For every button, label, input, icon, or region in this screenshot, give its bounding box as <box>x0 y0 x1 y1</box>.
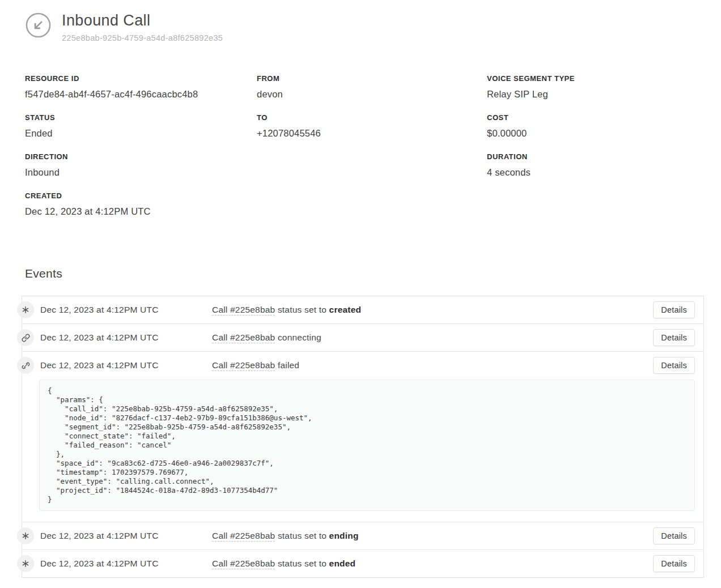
detail-label: DURATION <box>487 152 721 161</box>
detail-direction: DIRECTION Inbound <box>25 152 257 178</box>
link-icon <box>17 329 34 346</box>
detail-label: FROM <box>257 74 487 83</box>
event-text: status set to <box>275 531 329 540</box>
detail-value: $0.00000 <box>487 128 721 139</box>
header-text: Inbound Call 225e8bab-925b-4759-a54d-a8f… <box>62 12 223 42</box>
event-description: Call #225e8bab status set to ended <box>212 559 653 569</box>
detail-from: FROM devon <box>257 74 487 100</box>
detail-value: Dec 12, 2023 at 4:12PM UTC <box>25 206 257 217</box>
event-description: Call #225e8bab status set to created <box>212 305 653 315</box>
details-button[interactable]: Details <box>653 329 695 346</box>
page-header: Inbound Call 225e8bab-925b-4759-a54d-a8f… <box>0 0 721 42</box>
event-row-connecting: Dec 12, 2023 at 4:12PM UTC Call #225e8ba… <box>22 323 703 351</box>
detail-value: devon <box>257 89 487 100</box>
call-id-link[interactable]: Call #225e8bab <box>212 559 275 569</box>
detail-label: TO <box>257 113 487 122</box>
detail-resource-id: RESOURCE ID f547de84-ab4f-4657-ac4f-496c… <box>25 74 257 100</box>
detail-label: RESOURCE ID <box>25 74 257 83</box>
detail-status: STATUS Ended <box>25 113 257 139</box>
detail-cost: COST $0.00000 <box>487 113 721 139</box>
detail-label: COST <box>487 113 721 122</box>
details-button[interactable]: Details <box>653 555 695 572</box>
call-id-link[interactable]: Call #225e8bab <box>212 531 275 542</box>
details-column-1: RESOURCE ID f547de84-ab4f-4657-ac4f-496c… <box>25 74 257 231</box>
details-button[interactable]: Details <box>653 301 695 318</box>
event-status: ended <box>329 559 356 568</box>
asterisk-icon <box>17 301 34 318</box>
detail-voice-segment-type: VOICE SEGMENT TYPE Relay SIP Leg <box>487 74 721 100</box>
event-description: Call #225e8bab connecting <box>212 333 653 343</box>
asterisk-icon <box>17 527 34 544</box>
event-timestamp: Dec 12, 2023 at 4:12PM UTC <box>40 333 212 343</box>
details-column-3: VOICE SEGMENT TYPE Relay SIP Leg COST $0… <box>487 74 721 231</box>
inbound-call-icon <box>25 12 52 39</box>
event-timestamp: Dec 12, 2023 at 4:12PM UTC <box>40 531 212 541</box>
detail-to: TO +12078045546 <box>257 113 487 139</box>
details-button[interactable]: Details <box>653 357 695 374</box>
detail-label: DIRECTION <box>25 152 257 161</box>
call-uuid: 225e8bab-925b-4759-a54d-a8f625892e35 <box>62 33 223 42</box>
event-timestamp: Dec 12, 2023 at 4:12PM UTC <box>40 360 212 370</box>
broken-link-icon <box>17 357 34 374</box>
event-row-created: Dec 12, 2023 at 4:12PM UTC Call #225e8ba… <box>22 296 703 323</box>
event-status: created <box>329 305 362 314</box>
event-payload-json: { "params": { "call_id": "225e8bab-925b-… <box>39 380 695 511</box>
detail-label: CREATED <box>25 191 257 200</box>
event-timestamp: Dec 12, 2023 at 4:12PM UTC <box>40 305 212 315</box>
event-row-ending: Dec 12, 2023 at 4:12PM UTC Call #225e8ba… <box>22 522 703 549</box>
detail-value: f547de84-ab4f-4657-ac4f-496caacbc4b8 <box>25 89 257 100</box>
event-text: connecting <box>275 333 321 342</box>
call-details-grid: RESOURCE ID f547de84-ab4f-4657-ac4f-496c… <box>25 74 721 231</box>
event-description: Call #225e8bab status set to ending <box>212 531 653 541</box>
event-row-failed: Dec 12, 2023 at 4:12PM UTC Call #225e8ba… <box>22 351 703 511</box>
event-text: failed <box>275 360 299 370</box>
event-status: ending <box>329 531 359 540</box>
asterisk-icon <box>17 555 34 572</box>
detail-value: +12078045546 <box>257 128 487 139</box>
detail-duration: DURATION 4 seconds <box>487 152 721 178</box>
event-timestamp: Dec 12, 2023 at 4:12PM UTC <box>40 559 212 569</box>
events-list: Dec 12, 2023 at 4:12PM UTC Call #225e8ba… <box>22 296 704 578</box>
detail-value: 4 seconds <box>487 167 721 178</box>
detail-value: Relay SIP Leg <box>487 89 721 100</box>
detail-label: VOICE SEGMENT TYPE <box>487 74 721 83</box>
call-id-link[interactable]: Call #225e8bab <box>212 305 275 316</box>
event-text: status set to <box>275 305 329 314</box>
detail-created: CREATED Dec 12, 2023 at 4:12PM UTC <box>25 191 257 217</box>
event-description: Call #225e8bab failed <box>212 360 653 370</box>
details-column-2: FROM devon TO +12078045546 <box>257 74 487 231</box>
detail-label: STATUS <box>25 113 257 122</box>
detail-value: Inbound <box>25 167 257 178</box>
call-id-link[interactable]: Call #225e8bab <box>212 333 275 343</box>
detail-value: Ended <box>25 128 257 139</box>
events-heading: Events <box>25 267 721 280</box>
call-id-link[interactable]: Call #225e8bab <box>212 360 275 371</box>
event-row-ended: Dec 12, 2023 at 4:12PM UTC Call #225e8ba… <box>22 549 703 577</box>
page-title: Inbound Call <box>62 12 223 29</box>
event-text: status set to <box>275 559 329 568</box>
details-button[interactable]: Details <box>653 527 695 544</box>
